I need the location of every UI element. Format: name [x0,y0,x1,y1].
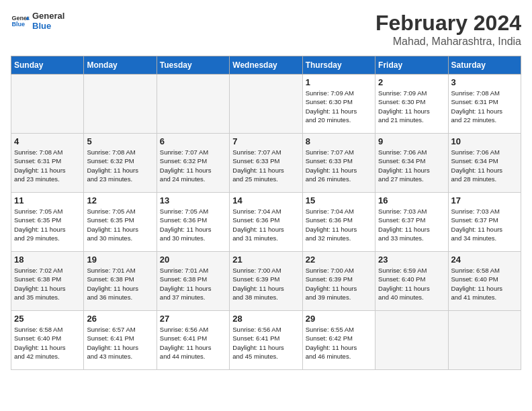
day-info: Sunrise: 7:01 AM Sunset: 6:38 PM Dayligh… [87,266,153,302]
page-header: General Blue General Blue February 2024 … [11,11,521,48]
calendar-cell: 20Sunrise: 7:01 AM Sunset: 6:38 PM Dayli… [157,252,229,311]
calendar-cell: 26Sunrise: 6:57 AM Sunset: 6:41 PM Dayli… [84,311,157,370]
calendar-cell [157,75,229,134]
day-number: 14 [232,195,299,205]
day-number: 23 [378,255,445,265]
calendar-body: 1Sunrise: 7:09 AM Sunset: 6:30 PM Daylig… [11,75,521,370]
day-number: 11 [14,195,81,205]
day-number: 15 [306,195,372,205]
header-cell-sunday: Sunday [11,56,84,75]
day-number: 17 [451,195,518,205]
calendar-cell: 13Sunrise: 7:05 AM Sunset: 6:36 PM Dayli… [157,193,229,252]
calendar-cell: 29Sunrise: 6:55 AM Sunset: 6:42 PM Dayli… [302,311,375,370]
calendar-cell: 15Sunrise: 7:04 AM Sunset: 6:36 PM Dayli… [302,193,375,252]
day-number: 5 [87,136,153,146]
calendar-table: SundayMondayTuesdayWednesdayThursdayFrid… [11,56,521,370]
header-row: SundayMondayTuesdayWednesdayThursdayFrid… [11,56,521,75]
day-number: 20 [160,255,226,265]
calendar-cell: 19Sunrise: 7:01 AM Sunset: 6:38 PM Dayli… [84,252,157,311]
calendar-cell [375,311,448,370]
calendar-cell: 24Sunrise: 6:58 AM Sunset: 6:40 PM Dayli… [448,252,521,311]
calendar-cell: 28Sunrise: 6:56 AM Sunset: 6:41 PM Dayli… [230,311,302,370]
day-number: 26 [87,314,153,324]
calendar-cell: 22Sunrise: 7:00 AM Sunset: 6:39 PM Dayli… [302,252,375,311]
calendar-cell [84,75,157,134]
calendar-cell: 17Sunrise: 7:03 AM Sunset: 6:37 PM Dayli… [448,193,521,252]
day-number: 3 [451,77,518,87]
day-number: 6 [160,136,226,146]
day-info: Sunrise: 7:03 AM Sunset: 6:37 PM Dayligh… [378,207,445,242]
calendar-cell: 1Sunrise: 7:09 AM Sunset: 6:30 PM Daylig… [302,75,375,134]
day-number: 24 [451,255,518,265]
day-info: Sunrise: 7:00 AM Sunset: 6:39 PM Dayligh… [306,266,372,302]
logo-line1: General [32,11,64,21]
day-info: Sunrise: 7:00 AM Sunset: 6:39 PM Dayligh… [232,266,299,302]
main-title: February 2024 [375,11,521,36]
calendar-cell: 12Sunrise: 7:05 AM Sunset: 6:35 PM Dayli… [84,193,157,252]
day-info: Sunrise: 7:02 AM Sunset: 6:38 PM Dayligh… [14,266,81,302]
day-number: 8 [306,136,372,146]
day-info: Sunrise: 7:06 AM Sunset: 6:34 PM Dayligh… [451,148,518,183]
calendar-cell: 4Sunrise: 7:08 AM Sunset: 6:31 PM Daylig… [11,134,84,193]
day-info: Sunrise: 6:58 AM Sunset: 6:40 PM Dayligh… [451,266,518,302]
day-info: Sunrise: 7:08 AM Sunset: 6:31 PM Dayligh… [14,148,81,183]
day-number: 12 [87,195,153,205]
day-number: 22 [306,255,372,265]
calendar-cell: 3Sunrise: 7:08 AM Sunset: 6:31 PM Daylig… [448,75,521,134]
calendar-cell [11,75,84,134]
week-row-5: 25Sunrise: 6:58 AM Sunset: 6:40 PM Dayli… [11,311,521,370]
sub-title: Mahad, Maharashtra, India [375,36,521,48]
day-number: 18 [14,255,81,265]
day-info: Sunrise: 7:01 AM Sunset: 6:38 PM Dayligh… [160,266,226,302]
header-cell-monday: Monday [84,56,157,75]
calendar-header: SundayMondayTuesdayWednesdayThursdayFrid… [11,56,521,75]
day-number: 27 [160,314,226,324]
day-info: Sunrise: 7:03 AM Sunset: 6:37 PM Dayligh… [451,207,518,242]
day-info: Sunrise: 7:09 AM Sunset: 6:30 PM Dayligh… [306,89,372,124]
day-info: Sunrise: 6:57 AM Sunset: 6:41 PM Dayligh… [87,325,153,361]
svg-text:Blue: Blue [11,21,25,28]
day-info: Sunrise: 7:07 AM Sunset: 6:33 PM Dayligh… [232,148,299,183]
day-number: 4 [14,136,81,146]
header-cell-thursday: Thursday [302,56,375,75]
day-number: 1 [306,77,372,87]
day-info: Sunrise: 6:55 AM Sunset: 6:42 PM Dayligh… [306,325,372,361]
day-info: Sunrise: 7:04 AM Sunset: 6:36 PM Dayligh… [306,207,372,242]
calendar-cell: 6Sunrise: 7:07 AM Sunset: 6:32 PM Daylig… [157,134,229,193]
calendar-cell: 27Sunrise: 6:56 AM Sunset: 6:41 PM Dayli… [157,311,229,370]
calendar-cell: 8Sunrise: 7:07 AM Sunset: 6:33 PM Daylig… [302,134,375,193]
day-number: 28 [232,314,299,324]
day-number: 21 [232,255,299,265]
header-cell-wednesday: Wednesday [230,56,302,75]
calendar-cell: 16Sunrise: 7:03 AM Sunset: 6:37 PM Dayli… [375,193,448,252]
calendar-cell: 18Sunrise: 7:02 AM Sunset: 6:38 PM Dayli… [11,252,84,311]
day-number: 7 [232,136,299,146]
week-row-4: 18Sunrise: 7:02 AM Sunset: 6:38 PM Dayli… [11,252,521,311]
day-info: Sunrise: 6:59 AM Sunset: 6:40 PM Dayligh… [378,266,445,302]
day-info: Sunrise: 7:09 AM Sunset: 6:30 PM Dayligh… [378,89,445,124]
logo-line2: Blue [32,21,64,31]
calendar-cell: 2Sunrise: 7:09 AM Sunset: 6:30 PM Daylig… [375,75,448,134]
day-info: Sunrise: 7:05 AM Sunset: 6:35 PM Dayligh… [14,207,81,242]
day-info: Sunrise: 6:58 AM Sunset: 6:40 PM Dayligh… [14,325,81,361]
calendar-cell: 9Sunrise: 7:06 AM Sunset: 6:34 PM Daylig… [375,134,448,193]
day-info: Sunrise: 7:07 AM Sunset: 6:32 PM Dayligh… [160,148,226,183]
calendar-cell: 11Sunrise: 7:05 AM Sunset: 6:35 PM Dayli… [11,193,84,252]
header-cell-saturday: Saturday [448,56,521,75]
calendar-cell [448,311,521,370]
day-info: Sunrise: 6:56 AM Sunset: 6:41 PM Dayligh… [160,325,226,361]
day-number: 2 [378,77,445,87]
day-number: 19 [87,255,153,265]
week-row-2: 4Sunrise: 7:08 AM Sunset: 6:31 PM Daylig… [11,134,521,193]
week-row-1: 1Sunrise: 7:09 AM Sunset: 6:30 PM Daylig… [11,75,521,134]
calendar-cell: 14Sunrise: 7:04 AM Sunset: 6:36 PM Dayli… [230,193,302,252]
calendar-cell: 23Sunrise: 6:59 AM Sunset: 6:40 PM Dayli… [375,252,448,311]
title-block: February 2024 Mahad, Maharashtra, India [375,11,521,48]
day-number: 25 [14,314,81,324]
header-cell-friday: Friday [375,56,448,75]
logo: General Blue General Blue [11,11,64,31]
day-info: Sunrise: 7:05 AM Sunset: 6:36 PM Dayligh… [160,207,226,242]
day-info: Sunrise: 7:06 AM Sunset: 6:34 PM Dayligh… [378,148,445,183]
day-info: Sunrise: 7:04 AM Sunset: 6:36 PM Dayligh… [232,207,299,242]
calendar-cell: 7Sunrise: 7:07 AM Sunset: 6:33 PM Daylig… [230,134,302,193]
